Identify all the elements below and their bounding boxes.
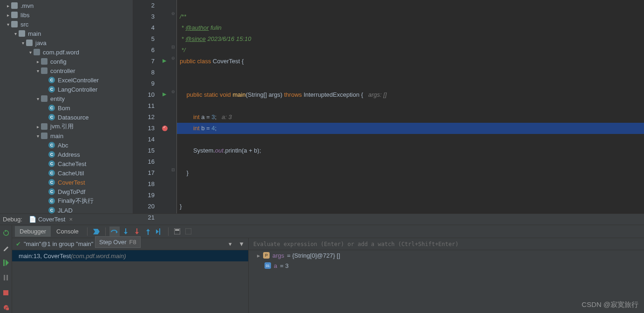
run-gutter-icon[interactable]: ▶: [163, 58, 166, 64]
code-line[interactable]: public static void main(String[] args) t…: [177, 89, 644, 100]
show-exec-point-icon[interactable]: [91, 226, 102, 237]
tree-label: src: [20, 21, 28, 28]
code-line[interactable]: [177, 67, 644, 78]
svg-rect-1: [4, 275, 5, 280]
code-line[interactable]: [177, 78, 644, 89]
tree-item[interactable]: ▾controller: [0, 66, 133, 75]
frame-location: main:13, CoverTest: [19, 253, 71, 260]
code-line[interactable]: }: [177, 201, 644, 212]
tree-item[interactable]: CJLAD: [0, 206, 133, 213]
tree-item[interactable]: CCoverTest: [0, 178, 133, 187]
code-line[interactable]: [177, 0, 644, 11]
code-line[interactable]: [177, 179, 644, 190]
class-icon: C: [48, 198, 55, 204]
code-line[interactable]: /**: [177, 11, 644, 22]
code-line[interactable]: [177, 212, 644, 223]
code-line[interactable]: int a = 3; a: 3: [177, 112, 644, 123]
tree-item[interactable]: ▾java: [0, 38, 133, 47]
view-breakpoints-icon[interactable]: [1, 302, 11, 313]
project-tree[interactable]: ▸.mvn▸libs▾src▾main▾java▾com.pdf.word▸co…: [0, 0, 133, 213]
code-editor[interactable]: 23456789101112131415161718192021 ▶▶ ⊖⊟⊖⊖…: [133, 0, 644, 213]
filter-icon[interactable]: ▾: [229, 240, 232, 247]
tree-label: DwgToPdf: [58, 188, 85, 195]
stack-frame[interactable]: main:13, CoverTest (com.pdf.word.main): [12, 250, 248, 261]
run-gutter-icon[interactable]: ▶: [163, 91, 166, 97]
code-line[interactable]: int b = 4;: [177, 123, 644, 134]
step-out-icon[interactable]: [143, 226, 153, 237]
modify-run-icon[interactable]: [1, 243, 11, 253]
code-line[interactable]: [177, 100, 644, 112]
primitive-badge-icon: 01: [264, 262, 271, 269]
watermark: CSDN @寂寞旅行: [582, 300, 638, 309]
tree-label: Datasource: [58, 114, 88, 121]
tree-item[interactable]: ▾main: [0, 29, 133, 38]
code-line[interactable]: * @author fulin: [177, 22, 644, 33]
tree-label: Address: [58, 151, 80, 158]
variable-row[interactable]: 01a = 3: [249, 260, 644, 271]
close-icon[interactable]: ×: [69, 216, 73, 223]
tab-debugger[interactable]: Debugger: [15, 226, 51, 237]
tree-item[interactable]: ▾com.pdf.word: [0, 47, 133, 57]
run-config-tab[interactable]: 📄 CoverTest ×: [26, 215, 75, 224]
tab-console[interactable]: Console: [52, 226, 83, 237]
check-icon: ✔: [16, 240, 21, 247]
code-line[interactable]: * @since 2023/6/16 15:10: [177, 33, 644, 45]
tree-item[interactable]: ▸.mvn: [0, 1, 133, 10]
tree-label: Bom: [58, 105, 70, 112]
stop-icon[interactable]: [1, 287, 11, 298]
tree-label: java: [35, 40, 47, 47]
tree-item[interactable]: CFinally不执行: [0, 196, 133, 206]
code-line[interactable]: public class CoverTest {: [177, 56, 644, 67]
tree-label: main: [28, 30, 41, 37]
evaluate-icon[interactable]: [172, 226, 183, 237]
tree-item[interactable]: ▾main: [0, 131, 133, 140]
folder-icon: [26, 40, 33, 46]
run-to-cursor-icon[interactable]: [154, 226, 164, 237]
tree-item[interactable]: ▸config: [0, 57, 133, 66]
tree-label: entity: [50, 95, 65, 102]
dropdown-icon[interactable]: ▼: [238, 240, 244, 247]
pkg-icon: [41, 123, 47, 130]
resume-icon[interactable]: [1, 258, 11, 268]
force-step-into-icon[interactable]: [132, 226, 142, 237]
tree-item[interactable]: CDatasource: [0, 113, 133, 122]
tree-label: jvm.引用: [50, 122, 74, 131]
tree-item[interactable]: CCacheUtil: [0, 168, 133, 178]
pkg-icon: [41, 58, 47, 65]
code-line[interactable]: }: [177, 167, 644, 179]
step-into-icon[interactable]: [121, 226, 131, 237]
tree-item[interactable]: ▸libs: [0, 10, 133, 20]
tree-item[interactable]: CAbc: [0, 140, 133, 150]
code-line[interactable]: [177, 134, 644, 145]
tree-item[interactable]: CAddress: [0, 150, 133, 159]
variable-row[interactable]: ▸Pargs = {String[0]@727} []: [249, 250, 644, 260]
code-line[interactable]: System.out.println(a + b);: [177, 145, 644, 156]
tree-item[interactable]: ▸jvm.引用: [0, 122, 133, 131]
rerun-icon[interactable]: [1, 228, 11, 238]
code-line[interactable]: [177, 156, 644, 167]
tree-item[interactable]: CLangController: [0, 85, 133, 94]
tree-item[interactable]: CExcelController: [0, 75, 133, 85]
debug-title: Debug:: [3, 216, 22, 223]
svg-rect-12: [174, 228, 180, 234]
step-over-icon[interactable]: [109, 226, 120, 237]
code-line[interactable]: */: [177, 45, 644, 56]
pause-icon[interactable]: [1, 273, 11, 283]
folder-icon: [19, 30, 25, 37]
evaluate-input[interactable]: Evaluate expression (Enter) or add a wat…: [249, 238, 644, 250]
breakpoint-icon[interactable]: [162, 126, 168, 131]
tree-item[interactable]: CBom: [0, 103, 133, 113]
class-icon: C: [48, 188, 55, 195]
trace-icon[interactable]: [183, 226, 194, 237]
tree-label: ExcelController: [58, 77, 99, 84]
tree-item[interactable]: ▾entity: [0, 94, 133, 103]
tree-item[interactable]: CCacheTest: [0, 159, 133, 168]
class-icon: C: [48, 160, 55, 167]
tree-item[interactable]: ▾src: [0, 20, 133, 29]
code-line[interactable]: [177, 190, 644, 201]
tree-label: main: [50, 133, 63, 140]
tree-item[interactable]: CDwgToPdf: [0, 187, 133, 196]
tree-label: com.pdf.word: [43, 49, 79, 56]
svg-point-5: [6, 307, 9, 310]
class-icon: C: [48, 77, 55, 83]
